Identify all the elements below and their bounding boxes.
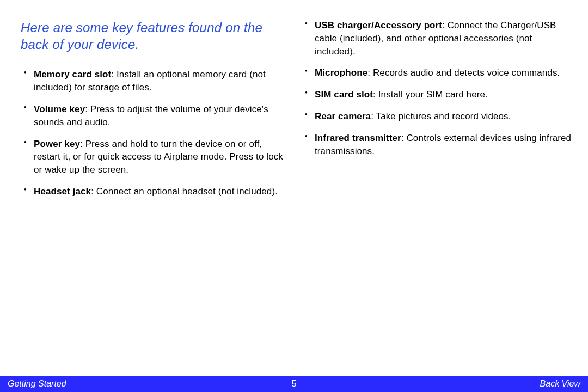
term: Power key bbox=[34, 139, 80, 149]
list-item: Infrared transmitter: Controls external … bbox=[302, 132, 572, 158]
footer-title: Back View bbox=[294, 379, 588, 389]
term: Memory card slot bbox=[34, 69, 111, 79]
page: Here are some key features found on the … bbox=[0, 0, 588, 392]
term: Headset jack bbox=[34, 186, 91, 197]
content: Here are some key features found on the … bbox=[0, 0, 588, 207]
footer: Getting Started 5 Back View bbox=[0, 376, 588, 392]
intro-text: Here are some key features found on the … bbox=[21, 19, 291, 53]
list-item: Memory card slot: Install an optional me… bbox=[21, 68, 291, 94]
page-number: 5 bbox=[292, 379, 297, 389]
desc: : Install your SIM card here. bbox=[373, 89, 488, 100]
list-item: SIM card slot: Install your SIM card her… bbox=[302, 88, 572, 101]
term: USB charger/Accessory port bbox=[315, 20, 442, 30]
list-item: USB charger/Accessory port: Connect the … bbox=[302, 19, 572, 58]
list-item: Rear camera: Take pictures and record vi… bbox=[302, 110, 572, 123]
desc: : Records audio and detects voice comman… bbox=[367, 68, 560, 78]
desc: : Connect an optional headset (not inclu… bbox=[91, 186, 278, 197]
column-left: Here are some key features found on the … bbox=[21, 19, 291, 207]
term: Infrared transmitter bbox=[315, 133, 401, 143]
footer-section: Getting Started bbox=[0, 379, 294, 389]
list-item: Headset jack: Connect an optional headse… bbox=[21, 185, 291, 198]
column-right: USB charger/Accessory port: Connect the … bbox=[302, 19, 572, 207]
term: Microphone bbox=[315, 68, 367, 78]
feature-list-left: Memory card slot: Install an optional me… bbox=[21, 68, 291, 198]
list-item: Volume key: Press to adjust the volume o… bbox=[21, 103, 291, 129]
list-item: Power key: Press and hold to turn the de… bbox=[21, 138, 291, 176]
term: Rear camera bbox=[315, 111, 371, 121]
term: SIM card slot bbox=[315, 89, 373, 100]
feature-list-right: USB charger/Accessory port: Connect the … bbox=[302, 19, 572, 157]
list-item: Microphone: Records audio and detects vo… bbox=[302, 66, 572, 79]
desc: : Take pictures and record videos. bbox=[371, 111, 511, 121]
term: Volume key bbox=[34, 104, 85, 114]
